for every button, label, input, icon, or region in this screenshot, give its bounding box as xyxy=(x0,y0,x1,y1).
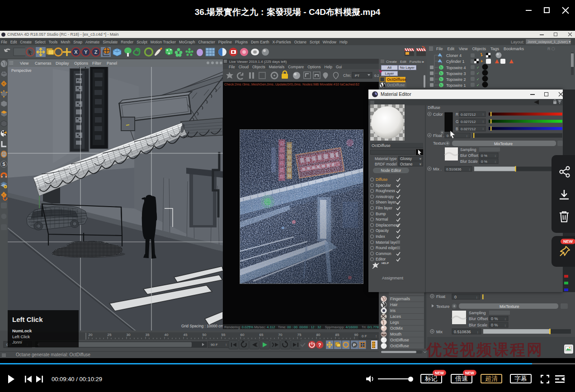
svg-text:Diffuse: Diffuse xyxy=(428,105,440,110)
svg-text:Legs: Legs xyxy=(390,320,399,325)
svg-text:Blur Scale: Blur Scale xyxy=(469,323,487,327)
svg-text:45: 45 xyxy=(184,333,188,337)
svg-text:Mouth: Mouth xyxy=(390,332,401,336)
svg-text:G: G xyxy=(456,119,459,124)
svg-text:R: R xyxy=(456,112,458,117)
svg-text:Blur Offset: Blur Offset xyxy=(469,316,488,321)
svg-text:↕: ↕ xyxy=(469,168,471,171)
svg-text:Roughness: Roughness xyxy=(376,189,395,193)
svg-text:Sampling: Sampling xyxy=(460,147,476,152)
svg-text:✓: ✓ xyxy=(476,77,480,81)
svg-text:✓: ✓ xyxy=(476,71,480,76)
svg-text:?: ? xyxy=(318,342,321,348)
svg-text:Round edges: Round edges xyxy=(376,246,399,250)
svg-text:P: P xyxy=(353,343,356,347)
svg-text:Anisotropy: Anisotropy xyxy=(376,194,394,199)
svg-text:Index: Index xyxy=(376,234,386,239)
svg-text:↕: ↕ xyxy=(225,343,227,347)
svg-text:0 %: 0 % xyxy=(481,160,487,164)
svg-text:Display: Display xyxy=(56,61,69,66)
svg-text:✓: ✓ xyxy=(476,83,480,87)
svg-text:↕: ↕ xyxy=(495,154,496,157)
svg-text:Float: Float xyxy=(436,294,446,299)
svg-text:60: 60 xyxy=(240,333,245,337)
svg-text:Chn:: Chn: xyxy=(343,73,351,78)
svg-text:Topowire 1: Topowire 1 xyxy=(446,83,466,88)
svg-text:↕: ↕ xyxy=(504,324,506,327)
svg-text:↕: ↕ xyxy=(504,317,506,321)
svg-text:0 F: 0 F xyxy=(362,334,367,338)
svg-text:Z: Z xyxy=(94,49,98,55)
svg-text:55: 55 xyxy=(222,333,226,337)
svg-text:Normal: Normal xyxy=(376,217,388,222)
svg-text:50: 50 xyxy=(203,333,207,337)
svg-text:Material layer: Material layer xyxy=(376,240,399,245)
svg-text:Sampling: Sampling xyxy=(469,311,486,315)
svg-text:↕: ↕ xyxy=(466,134,468,137)
svg-text:Fingernails: Fingernails xyxy=(390,297,410,301)
svg-text:0 %: 0 % xyxy=(491,323,498,327)
svg-text:90: 90 xyxy=(354,333,358,337)
svg-text:30: 30 xyxy=(127,333,131,337)
svg-text:Grid Spacing : 10000 cm: Grid Spacing : 10000 cm xyxy=(181,324,223,328)
svg-text:90 F: 90 F xyxy=(211,343,218,347)
svg-text:X: X xyxy=(74,49,78,55)
svg-text:Laces: Laces xyxy=(390,314,401,319)
svg-text:0.027212: 0.027212 xyxy=(461,127,476,131)
svg-text:HELP: HELP xyxy=(382,262,389,264)
svg-text:Specular: Specular xyxy=(376,183,391,188)
svg-text:0.510836: 0.510836 xyxy=(454,330,471,334)
svg-text:Displacement: Displacement xyxy=(376,223,399,227)
svg-text:Float .: Float . xyxy=(433,133,444,138)
svg-text:25: 25 xyxy=(108,333,112,337)
svg-text:↕: ↕ xyxy=(495,160,496,163)
svg-text:0.027212: 0.027212 xyxy=(461,113,476,117)
svg-text:Cloner 4: Cloner 4 xyxy=(446,53,462,58)
svg-text:Perspective: Perspective xyxy=(11,68,32,73)
svg-text:S: S xyxy=(2,162,5,167)
svg-text:0.027212: 0.027212 xyxy=(461,120,476,124)
svg-text:Texture: Texture xyxy=(433,141,447,146)
svg-text:↕: ↕ xyxy=(482,127,484,130)
svg-text:85: 85 xyxy=(335,333,339,337)
svg-text:0: 0 xyxy=(447,134,449,138)
svg-text:Options: Options xyxy=(74,61,89,66)
svg-text:MixTexture: MixTexture xyxy=(500,304,519,309)
svg-text:OctDiffuse: OctDiffuse xyxy=(390,344,409,348)
svg-text:↕: ↕ xyxy=(477,331,479,334)
svg-text:0: 0 xyxy=(454,295,457,299)
svg-text:Texture: Texture xyxy=(436,304,450,309)
svg-text:Topowire 2: Topowire 2 xyxy=(446,77,466,82)
svg-text:MixTexture: MixTexture xyxy=(494,142,513,146)
svg-text:Cameras: Cameras xyxy=(35,61,52,66)
svg-text:Filter: Filter xyxy=(92,61,101,66)
svg-text:Mix: Mix xyxy=(436,330,443,334)
svg-text:0 %: 0 % xyxy=(491,316,498,321)
svg-text:Blur Offset: Blur Offset xyxy=(460,153,479,158)
svg-text:↕: ↕ xyxy=(375,334,377,338)
svg-text:Y: Y xyxy=(84,49,88,55)
svg-text:↕: ↕ xyxy=(482,120,484,123)
svg-text:Topowire 4: Topowire 4 xyxy=(446,66,466,70)
svg-text:Topowire 3: Topowire 3 xyxy=(446,71,466,76)
svg-text:OctDiffuse: OctDiffuse xyxy=(390,338,409,342)
svg-text:OctMix: OctMix xyxy=(390,326,403,331)
svg-text:Hair: Hair xyxy=(390,302,398,307)
svg-text:PT: PT xyxy=(355,74,359,78)
svg-text:✓: ✓ xyxy=(476,66,480,70)
svg-text:Iris: Iris xyxy=(390,308,396,313)
svg-text:0.510836: 0.510836 xyxy=(446,167,462,171)
svg-text:Common: Common xyxy=(376,251,391,256)
svg-text:35: 35 xyxy=(146,333,150,337)
svg-text:65: 65 xyxy=(259,333,264,337)
svg-text:View: View xyxy=(20,61,29,66)
svg-text:80: 80 xyxy=(316,333,320,337)
svg-text:75: 75 xyxy=(297,333,302,337)
svg-text:↕: ↕ xyxy=(482,113,484,116)
svg-text:Color: Color xyxy=(433,112,443,117)
svg-text:Panel: Panel xyxy=(107,61,117,66)
svg-text:40: 40 xyxy=(165,333,169,337)
svg-text:Blur Scale: Blur Scale xyxy=(460,159,478,164)
svg-text:↕: ↕ xyxy=(476,296,478,299)
svg-text:70: 70 xyxy=(278,333,283,337)
